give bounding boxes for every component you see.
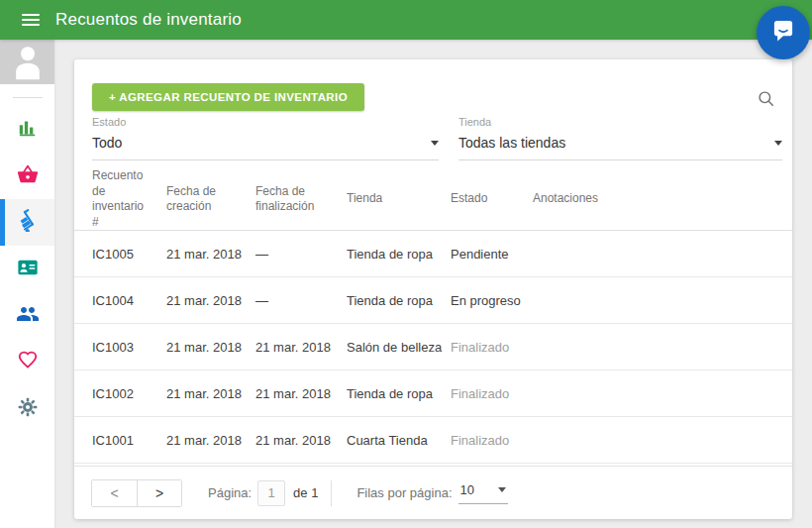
inventory-counts-card: + AGREGAR RECUENTO DE INVENTARIO Estado … bbox=[74, 59, 792, 519]
table-header: Recuento de inventario # Fecha de creaci… bbox=[74, 168, 792, 231]
estado-filter-select[interactable]: Todo bbox=[92, 135, 439, 160]
chat-button[interactable] bbox=[757, 6, 810, 59]
hand-truck-icon bbox=[16, 209, 39, 236]
chevron-down-icon bbox=[498, 487, 506, 492]
cell-finished: 21 mar. 2018 bbox=[255, 433, 347, 448]
people-icon bbox=[16, 302, 40, 330]
sidebar-item-settings[interactable] bbox=[0, 385, 54, 432]
next-page-button[interactable]: > bbox=[137, 480, 181, 506]
pagination-divider bbox=[331, 480, 332, 506]
cell-count-id: IC1003 bbox=[92, 340, 166, 355]
tienda-filter-value: Todas las tiendas bbox=[458, 135, 565, 151]
sidebar bbox=[0, 40, 54, 528]
page-of-label: de 1 bbox=[293, 485, 318, 500]
search-icon[interactable] bbox=[757, 89, 778, 111]
cell-status: Pendiente bbox=[451, 247, 533, 262]
cell-status: Finalizado bbox=[451, 433, 533, 448]
cell-store: Salón de belleza bbox=[347, 340, 451, 355]
add-inventory-count-button[interactable]: + AGREGAR RECUENTO DE INVENTARIO bbox=[92, 83, 364, 111]
sidebar-item-sales[interactable] bbox=[0, 153, 54, 199]
cell-created: 21 mar. 2018 bbox=[166, 386, 255, 401]
page-number-input[interactable] bbox=[257, 480, 285, 506]
sidebar-item-customers[interactable] bbox=[0, 292, 54, 339]
filters-row: Estado Todo Tienda Todas las tiendas bbox=[92, 116, 782, 160]
column-header-creacion: Fecha de creación bbox=[166, 184, 255, 215]
cell-finished: — bbox=[255, 293, 347, 308]
gear-icon bbox=[17, 396, 39, 422]
cell-status: En progreso bbox=[451, 293, 533, 308]
page-title: Recuentos de inventario bbox=[55, 10, 242, 30]
cell-count-id: IC1002 bbox=[92, 386, 166, 401]
table-row[interactable]: IC1005 21 mar. 2018 — Tienda de ropa Pen… bbox=[74, 231, 792, 277]
chevron-down-icon bbox=[431, 141, 439, 146]
cell-store: Tienda de ropa bbox=[347, 247, 451, 262]
cell-created: 21 mar. 2018 bbox=[166, 293, 255, 308]
heart-icon bbox=[17, 350, 39, 375]
estado-filter-label: Estado bbox=[92, 116, 439, 128]
cell-created: 21 mar. 2018 bbox=[166, 247, 255, 262]
cell-finished: 21 mar. 2018 bbox=[255, 340, 347, 355]
cell-count-id: IC1005 bbox=[92, 247, 166, 262]
rows-per-page-select[interactable]: 10 bbox=[458, 482, 508, 504]
table-row[interactable]: IC1002 21 mar. 2018 21 mar. 2018 Tienda … bbox=[74, 370, 792, 417]
estado-filter-value: Todo bbox=[92, 135, 122, 151]
cell-created: 21 mar. 2018 bbox=[166, 433, 255, 448]
tienda-filter-select[interactable]: Todas las tiendas bbox=[458, 135, 782, 160]
app-header: Recuentos de inventario bbox=[0, 0, 812, 40]
chat-bubble-icon bbox=[769, 17, 797, 49]
cell-status: Finalizado bbox=[451, 386, 533, 401]
chevron-down-icon bbox=[774, 141, 782, 146]
pager-buttons: < > bbox=[91, 479, 182, 507]
cell-created: 21 mar. 2018 bbox=[166, 340, 255, 355]
table-row[interactable]: IC1003 21 mar. 2018 21 mar. 2018 Salón d… bbox=[74, 324, 792, 370]
avatar-icon bbox=[10, 41, 46, 84]
cell-finished: 21 mar. 2018 bbox=[255, 386, 347, 401]
previous-page-button[interactable]: < bbox=[92, 480, 137, 506]
menu-icon[interactable] bbox=[22, 11, 40, 29]
column-header-estado: Estado bbox=[451, 191, 533, 207]
rows-per-page-label: Filas por página: bbox=[356, 485, 452, 500]
user-avatar[interactable] bbox=[0, 40, 54, 84]
cell-store: Tienda de ropa bbox=[347, 386, 451, 401]
cell-count-id: IC1001 bbox=[92, 433, 166, 448]
cell-finished: — bbox=[255, 247, 347, 262]
tienda-filter: Tienda Todas las tiendas bbox=[458, 116, 782, 160]
bar-chart-icon bbox=[17, 117, 39, 143]
column-header-tienda: Tienda bbox=[347, 191, 451, 207]
cell-count-id: IC1004 bbox=[92, 293, 166, 308]
column-header-recuento: Recuento de inventario # bbox=[92, 168, 166, 230]
sidebar-item-reports[interactable] bbox=[0, 106, 54, 153]
column-header-finalizacion: Fecha de finalización bbox=[255, 184, 347, 215]
rows-per-page-value: 10 bbox=[460, 482, 474, 497]
sidebar-item-contacts[interactable] bbox=[0, 246, 54, 292]
column-header-anotaciones: Anotaciones bbox=[533, 191, 792, 207]
sidebar-item-favorites[interactable] bbox=[0, 339, 54, 385]
contact-card-icon bbox=[17, 257, 39, 282]
table-body: IC1005 21 mar. 2018 — Tienda de ropa Pen… bbox=[74, 231, 792, 464]
sidebar-divider bbox=[13, 97, 43, 98]
estado-filter: Estado Todo bbox=[92, 116, 439, 160]
basket-icon bbox=[17, 163, 39, 189]
pagination-bar: < > Página: de 1 Filas por página: 10 bbox=[74, 466, 792, 519]
cell-store: Cuarta Tienda bbox=[347, 433, 451, 448]
sidebar-item-inventory[interactable] bbox=[0, 199, 54, 246]
tienda-filter-label: Tienda bbox=[458, 116, 782, 128]
cell-status: Finalizado bbox=[451, 340, 533, 355]
table-row[interactable]: IC1004 21 mar. 2018 — Tienda de ropa En … bbox=[74, 277, 792, 324]
table-row[interactable]: IC1001 21 mar. 2018 21 mar. 2018 Cuarta … bbox=[74, 417, 792, 464]
page-label: Página: bbox=[208, 485, 252, 500]
cell-store: Tienda de ropa bbox=[347, 293, 451, 308]
